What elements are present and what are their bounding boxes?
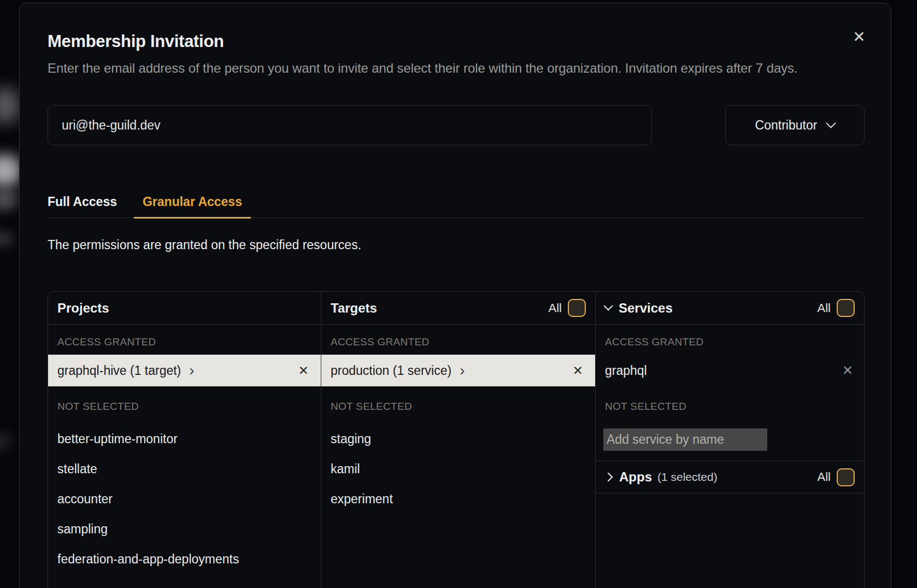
list-item-target[interactable]: kamil (331, 454, 586, 484)
access-granted-label: ACCESS GRANTED (321, 325, 595, 355)
services-all-checkbox[interactable] (837, 299, 855, 317)
projects-header-label: Projects (57, 301, 109, 316)
apps-all-checkbox[interactable] (837, 468, 855, 486)
close-icon: ✕ (853, 28, 865, 45)
list-item-project[interactable]: accounter (57, 484, 311, 514)
list-item-project[interactable]: federation-and-app-deployments (57, 544, 311, 574)
target-row-production[interactable]: production (1 service) › ✕ (321, 355, 595, 386)
dialog-description: Enter the email address of the person yo… (48, 58, 865, 78)
target-row-label: production (1 service) (331, 363, 451, 378)
apps-selected-count: (1 selected) (657, 471, 718, 484)
apps-label: Apps (619, 469, 652, 485)
remove-service-button[interactable]: ✕ (842, 363, 853, 378)
not-selected-label: NOT SELECTED (48, 386, 321, 420)
chevron-down-icon (826, 118, 836, 128)
apps-all-wrap: All (818, 468, 855, 486)
targets-header: Targets All (321, 292, 595, 325)
services-header[interactable]: Services All (596, 292, 864, 325)
dialog-title: Membership Invitation (48, 32, 865, 51)
services-column: Services All ACCESS GRANTED graphql ✕ NO… (595, 292, 864, 588)
service-row-graphql[interactable]: graphql ✕ (596, 355, 864, 386)
close-button[interactable]: ✕ (848, 26, 870, 48)
background-blur-artifact (0, 87, 20, 124)
services-all-label: All (818, 301, 831, 315)
projects-column: Projects ACCESS GRANTED graphql-hive (1 … (48, 292, 321, 588)
add-service-input[interactable] (603, 428, 767, 451)
background-blur-artifact (0, 232, 13, 246)
list-item-project[interactable]: stellate (57, 454, 311, 484)
permissions-note: The permissions are granted on the speci… (48, 238, 865, 252)
apps-row[interactable]: Apps (1 selected) All (596, 461, 864, 493)
remove-icon: ✕ (298, 363, 309, 378)
role-select[interactable]: Contributor (725, 105, 865, 145)
not-selected-label: NOT SELECTED (596, 386, 864, 420)
remove-project-button[interactable]: ✕ (298, 363, 309, 378)
targets-column: Targets All ACCESS GRANTED production (1… (321, 292, 595, 588)
apps-all-label: All (818, 470, 831, 484)
remove-icon: ✕ (573, 363, 583, 378)
chevron-right-icon (604, 473, 613, 482)
tab-granular-access[interactable]: Granular Access (134, 195, 251, 219)
remove-target-button[interactable]: ✕ (573, 363, 583, 378)
service-row-label: graphql (605, 363, 647, 378)
membership-invitation-dialog: ✕ Membership Invitation Enter the email … (19, 3, 891, 588)
targets-all-wrap: All (549, 299, 586, 317)
list-item-project[interactable]: better-uptime-monitor (57, 424, 311, 454)
chevron-right-icon: › (189, 365, 194, 376)
resources-table: Projects ACCESS GRANTED graphql-hive (1 … (48, 291, 865, 588)
access-granted-label: ACCESS GRANTED (48, 325, 321, 355)
background-blur-artifact (0, 155, 21, 186)
not-selected-label: NOT SELECTED (321, 386, 595, 420)
project-row-graphql-hive[interactable]: graphql-hive (1 target) › ✕ (48, 355, 321, 386)
list-item-target[interactable]: staging (331, 424, 586, 454)
remove-icon: ✕ (842, 363, 853, 378)
chevron-down-icon (604, 302, 613, 311)
targets-header-label: Targets (331, 301, 377, 316)
targets-not-selected-list: staging kamil experiment (321, 420, 595, 514)
tab-full-access[interactable]: Full Access (48, 195, 117, 217)
projects-not-selected-list: better-uptime-monitor stellate accounter… (48, 420, 321, 574)
services-all-wrap: All (818, 299, 855, 317)
access-tabs: Full Access Granular Access (48, 195, 865, 218)
page-background: ✕ Membership Invitation Enter the email … (0, 0, 917, 588)
targets-all-label: All (549, 301, 562, 315)
access-granted-label: ACCESS GRANTED (596, 325, 864, 355)
list-item-project[interactable]: sampling (57, 514, 311, 544)
project-row-label: graphql-hive (1 target) (57, 363, 181, 378)
targets-all-checkbox[interactable] (568, 299, 586, 317)
background-blur-artifact (0, 189, 17, 210)
email-input[interactable] (48, 105, 652, 145)
invite-input-row: Contributor (48, 105, 865, 145)
chevron-right-icon: › (460, 365, 465, 376)
projects-header: Projects (48, 292, 321, 325)
role-selected-value: Contributor (755, 118, 818, 133)
background-blur-artifact (0, 433, 11, 449)
list-item-target[interactable]: experiment (331, 484, 586, 514)
services-header-label: Services (619, 301, 673, 316)
